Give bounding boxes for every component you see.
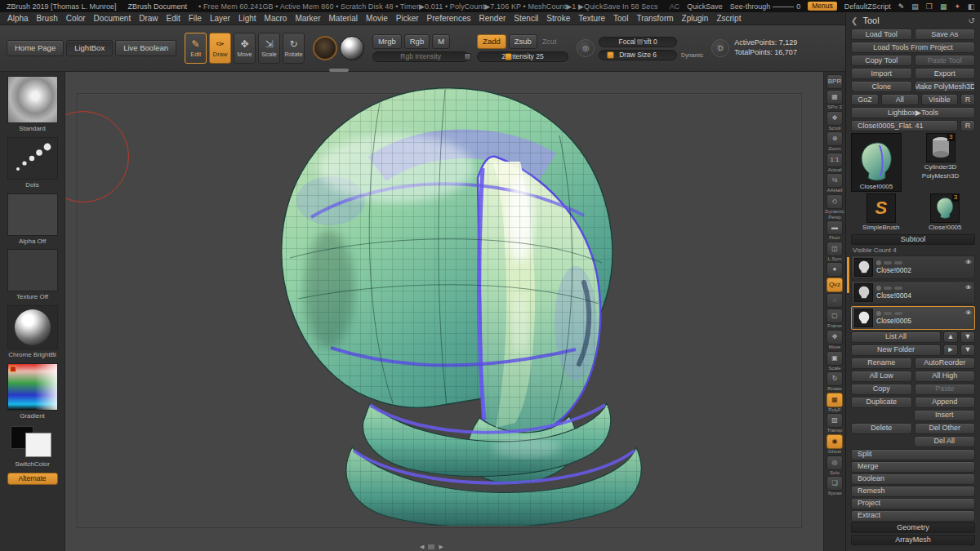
paint-icon[interactable] <box>876 260 881 265</box>
floor-button[interactable]: ▬Floor <box>824 220 845 241</box>
subtool-scrollbar[interactable] <box>847 257 849 293</box>
menu-preferences[interactable]: Preferences <box>423 14 475 23</box>
new-folder-button[interactable]: New Folder <box>851 344 941 356</box>
draw-size-slider[interactable]: Draw Size 6 <box>599 50 677 60</box>
scroll-right-arrow[interactable]: ▶ <box>439 544 443 550</box>
material-thumbnail[interactable] <box>7 305 58 349</box>
copy-tool-button[interactable]: Copy Tool <box>851 55 912 66</box>
goz-r-button[interactable]: R <box>960 94 975 105</box>
current-tool-name[interactable]: Close!0005_Flat. 41 <box>851 120 958 131</box>
menu-light[interactable]: Light <box>234 14 261 23</box>
spix-button[interactable]: ▦SPix 3 <box>824 90 845 110</box>
subtool-row-close0005-selected[interactable]: 👁 Close!0005 <box>851 306 975 330</box>
subtool-pill[interactable] <box>894 287 902 290</box>
load-tool-button[interactable]: Load Tool <box>851 29 912 40</box>
folder-move-button[interactable]: ► <box>943 344 958 356</box>
menu-movie[interactable]: Movie <box>362 14 392 23</box>
menu-document[interactable]: Document <box>90 14 136 23</box>
menus-button[interactable]: Menus <box>808 2 837 11</box>
all-high-button[interactable]: All High <box>915 371 976 382</box>
edit-mode-button[interactable]: ✎ Edit <box>185 33 207 64</box>
menu-texture[interactable]: Texture <box>574 14 609 23</box>
quicksave-button[interactable]: QuickSave <box>687 2 723 11</box>
move-mode-button[interactable]: ✥ Move <box>234 33 256 64</box>
goz-button[interactable]: GoZ <box>851 94 879 105</box>
close0005-cell[interactable]: 3 Close!0005 <box>915 193 976 232</box>
texture-thumbnail[interactable] <box>7 249 58 291</box>
qvz-button[interactable]: Qvz <box>824 278 845 292</box>
paint-icon[interactable] <box>876 286 881 291</box>
z-intensity-slider[interactable]: Z Intensity 25 <box>477 51 568 62</box>
rename-button[interactable]: Rename <box>851 358 912 369</box>
zsub-button[interactable]: Zsub <box>509 34 537 49</box>
focal-icon[interactable]: ◎ <box>577 39 595 57</box>
pen-icon[interactable]: ✎ <box>898 2 905 11</box>
paste-tool-button[interactable]: Paste Tool <box>915 55 976 66</box>
save-as-button[interactable]: Save As <box>915 29 976 40</box>
autoreorder-button[interactable]: AutoReorder <box>915 358 976 369</box>
extract-button[interactable]: Extract <box>851 510 975 522</box>
swatch-icon[interactable]: ▤ <box>911 2 919 11</box>
append-button[interactable]: Append <box>915 397 976 408</box>
load-tools-from-project-button[interactable]: Load Tools From Project <box>851 42 975 53</box>
subtool-up-button[interactable]: ▲ <box>943 331 958 343</box>
persp-button[interactable]: ◇Dynamic Persp <box>824 194 845 220</box>
layers-icon[interactable]: ❐ <box>926 2 933 11</box>
project-button[interactable]: Project <box>851 498 975 509</box>
menu-picker[interactable]: Picker <box>392 14 423 23</box>
subtool-pill[interactable] <box>884 261 892 264</box>
menu-layer[interactable]: Layer <box>206 14 234 23</box>
menu-macro[interactable]: Macro <box>261 14 292 23</box>
subtool-pill[interactable] <box>884 312 892 315</box>
document-canvas[interactable]: ◀ ▶ <box>65 72 823 551</box>
menu-marker[interactable]: Marker <box>291 14 324 23</box>
draw-mode-button[interactable]: ✑ Draw <box>209 33 231 64</box>
z-intensity-handle[interactable] <box>505 53 512 60</box>
lsym-button[interactable]: ◫L.Sym <box>824 242 845 262</box>
menu-zplugin[interactable]: Zplugin <box>678 14 713 23</box>
menu-material[interactable]: Material <box>325 14 363 23</box>
export-button[interactable]: Export <box>915 68 976 79</box>
split-button[interactable]: Split <box>851 449 975 460</box>
del-other-button[interactable]: Del Other <box>915 423 976 434</box>
menu-edit[interactable]: Edit <box>163 14 185 23</box>
focal-shift-handle[interactable] <box>636 38 644 46</box>
menu-zscript[interactable]: Zscript <box>712 14 745 23</box>
cylinder3d-thumbnail[interactable]: 3 <box>926 133 956 162</box>
mrgb-button[interactable]: Mrgb <box>372 34 402 49</box>
scroll-button[interactable]: ✥Scroll <box>824 111 845 131</box>
menu-brush[interactable]: Brush <box>33 14 62 23</box>
zadd-button[interactable]: Zadd <box>477 34 506 49</box>
home-page-button[interactable]: Home Page <box>7 40 64 56</box>
dynamic-label[interactable]: Dynamic <box>681 52 703 60</box>
lightbox-tools-button[interactable]: Lightbox▶Tools <box>851 107 975 118</box>
list-all-button[interactable]: List All <box>851 331 941 343</box>
insert-button[interactable]: Insert <box>914 410 976 421</box>
bpr-button[interactable]: BPR <box>824 74 845 89</box>
sphere-button[interactable]: ● <box>824 262 845 277</box>
xpose-button[interactable]: ❏Xpose <box>824 476 845 496</box>
menu-transform[interactable]: Transform <box>632 14 677 23</box>
actual-button[interactable]: 1:1Actual <box>824 153 845 173</box>
copy-subtool-button[interactable]: Copy <box>851 384 912 395</box>
all-low-button[interactable]: All Low <box>851 371 912 382</box>
goz-all-button[interactable]: All <box>881 94 919 105</box>
canvas-scrollbar[interactable]: ◀ ▶ <box>420 544 443 550</box>
paste-subtool-button[interactable]: Paste <box>915 384 976 395</box>
paint-icon[interactable] <box>876 311 881 316</box>
subtool-pill[interactable] <box>894 261 902 264</box>
subtool-pill[interactable] <box>894 312 902 315</box>
zoom-button[interactable]: ⊕Zoom <box>824 131 845 152</box>
rgb-intensity-slider[interactable]: Rgb Intensity <box>372 51 469 62</box>
alternate-button[interactable]: Alternate <box>7 473 58 485</box>
refresh-icon[interactable]: ↺ <box>969 16 975 25</box>
merge-button[interactable]: Merge <box>851 461 975 473</box>
rotate-button[interactable]: ↻Rotate <box>824 371 845 392</box>
active-tool-thumbnail[interactable]: Close!0005 <box>851 133 902 192</box>
geometry-section-header[interactable]: Geometry <box>851 522 975 533</box>
menu-tool[interactable]: Tool <box>609 14 632 23</box>
del-all-button[interactable]: Del All <box>914 436 976 447</box>
arraymesh-section-header[interactable]: ArrayMesh <box>851 535 975 545</box>
color-picker-thumbnail[interactable] <box>7 363 58 411</box>
import-button[interactable]: Import <box>851 68 912 79</box>
